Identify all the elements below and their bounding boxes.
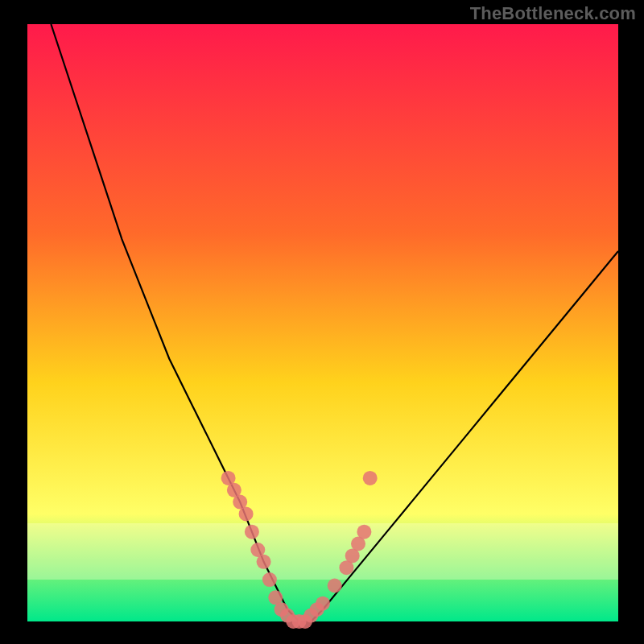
- pale-band: [27, 523, 618, 580]
- watermark-text: TheBottleneck.com: [470, 3, 636, 24]
- curve-marker: [262, 572, 277, 587]
- curve-marker: [239, 506, 254, 521]
- curve-marker: [245, 525, 259, 539]
- curve-marker: [257, 555, 271, 569]
- curve-marker: [316, 597, 330, 611]
- chart-frame: TheBottleneck.com: [0, 0, 644, 644]
- bottleneck-chart: [0, 0, 644, 644]
- curve-marker: [357, 525, 371, 539]
- curve-marker: [363, 471, 378, 485]
- curve-marker: [328, 579, 342, 593]
